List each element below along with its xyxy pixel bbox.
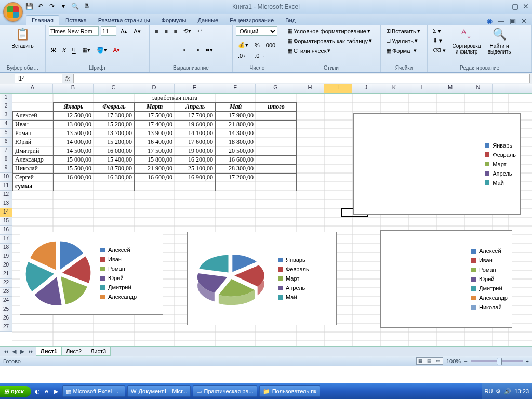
row-header-2[interactable]: 2 <box>0 102 12 111</box>
sheet-tab-1[interactable]: Лист1 <box>36 347 62 356</box>
row-header-12[interactable]: 12 <box>0 191 12 200</box>
row-header-4[interactable]: 4 <box>0 120 12 129</box>
col-header-D[interactable]: D <box>134 84 175 93</box>
row-header-3[interactable]: 3 <box>0 111 12 120</box>
redo-icon[interactable]: ↷ <box>48 2 56 10</box>
increase-decimal-button[interactable]: .0← <box>236 51 250 60</box>
paste-button[interactable]: 📋 Вставить <box>3 26 42 50</box>
row-header-6[interactable]: 6 <box>0 138 12 147</box>
start-button[interactable]: ⊞пуск <box>0 386 31 397</box>
office-button[interactable] <box>3 2 23 22</box>
tray-volume-icon[interactable]: 🔊 <box>504 388 511 395</box>
sheet-nav-first[interactable]: ⏮ <box>2 348 9 355</box>
sheet-nav-last[interactable]: ⏭ <box>27 348 34 355</box>
delete-cells-button[interactable]: ⊟ Удалить ▾ <box>384 36 424 45</box>
borders-button[interactable]: ▦▾ <box>80 46 92 55</box>
task-excel[interactable]: ▩Microsoft Excel - ... <box>62 385 126 397</box>
tab-review[interactable]: Рецензирование <box>224 16 279 25</box>
comma-button[interactable]: 000 <box>264 41 277 49</box>
increase-indent-button[interactable]: ⇥ <box>192 46 201 55</box>
qat-more-icon[interactable]: ▾ <box>59 2 68 10</box>
decrease-decimal-button[interactable]: .0→ <box>252 51 267 60</box>
row-header-18[interactable]: 18 <box>0 244 12 252</box>
bold-button[interactable]: Ж <box>49 46 58 55</box>
task-doc[interactable]: ▭Практическая ра... <box>193 385 257 397</box>
sheet-tab-3[interactable]: Лист3 <box>86 347 111 356</box>
formula-input[interactable] <box>73 74 530 83</box>
quick-print-icon[interactable]: 🖶 <box>82 2 90 10</box>
row-header-14[interactable]: 14 <box>0 208 12 217</box>
zoom-slider[interactable] <box>471 360 523 362</box>
help-icon[interactable]: ◉ <box>487 17 493 25</box>
conditional-formatting-button[interactable]: ▦ Условное форматирование ▾ <box>285 26 377 35</box>
worksheet[interactable]: ABCDEFGHIJKLMN 1234567891011121314151617… <box>0 84 532 366</box>
underline-button[interactable]: Ч <box>70 46 77 55</box>
row-header-5[interactable]: 5 <box>0 129 12 138</box>
quick-ie-icon[interactable]: e <box>43 387 51 395</box>
insert-cells-button[interactable]: ⊞ Вставить ▾ <box>384 26 424 35</box>
italic-button[interactable]: К <box>60 46 68 55</box>
doc-minimize-button[interactable]: — <box>498 17 504 25</box>
fx-icon[interactable]: fx <box>65 75 70 82</box>
view-buttons[interactable]: ▦▤▭ <box>417 357 443 365</box>
doc-restore-button[interactable]: ▣ <box>510 17 516 25</box>
row-header-24[interactable]: 24 <box>0 297 12 305</box>
task-word[interactable]: WДокумент1 - Micr... <box>127 385 191 397</box>
col-header-I[interactable]: I <box>324 84 352 93</box>
font-size-select[interactable] <box>101 26 116 36</box>
col-header-K[interactable]: K <box>380 84 408 93</box>
col-header-H[interactable]: H <box>296 84 324 93</box>
tab-home[interactable]: Главная <box>26 15 59 25</box>
row-header-11[interactable]: 11 <box>0 182 12 191</box>
save-icon[interactable]: 💾 <box>25 2 33 10</box>
wrap-text-button[interactable]: ↩ <box>195 26 204 35</box>
sort-filter-button[interactable]: ᴬ↓Сортировка и фильтр <box>450 26 483 56</box>
row-header-21[interactable]: 21 <box>0 270 12 279</box>
col-header-N[interactable]: N <box>464 84 493 93</box>
fill-color-button[interactable]: 🪣▾ <box>95 46 109 55</box>
currency-button[interactable]: 💰▾ <box>236 41 250 49</box>
clock[interactable]: 13:23 <box>514 388 529 394</box>
name-box[interactable] <box>15 74 62 83</box>
merge-button[interactable]: ⬌▾ <box>203 46 215 55</box>
col-header-A[interactable]: A <box>12 84 53 93</box>
chart-pie3d-months[interactable]: ЯнварьФевральМартАпрельМай <box>187 232 337 325</box>
align-left-button[interactable]: ≡ <box>153 46 160 54</box>
col-header-M[interactable]: M <box>436 84 464 93</box>
col-header-G[interactable]: G <box>256 84 296 93</box>
row-header-23[interactable]: 23 <box>0 288 12 297</box>
row-header-1[interactable]: 1 <box>0 94 12 102</box>
sheet-nav-next[interactable]: ▶ <box>19 348 26 355</box>
chart-pie-names[interactable]: АлексейИванРоманЮрийДмитрийАлександр <box>20 232 163 315</box>
tab-insert[interactable]: Вставка <box>60 16 92 25</box>
col-header-C[interactable]: C <box>94 84 134 93</box>
quick-chrome-icon[interactable]: ◐ <box>33 387 42 395</box>
row-header-16[interactable]: 16 <box>0 226 12 235</box>
percent-button[interactable]: % <box>252 41 262 49</box>
fill-button[interactable]: ⬇ ▾ <box>431 36 448 45</box>
number-format-select[interactable]: Общий <box>236 26 277 36</box>
undo-icon[interactable]: ↶ <box>36 2 45 10</box>
grow-font-button[interactable]: A▴ <box>118 27 129 36</box>
tab-view[interactable]: Вид <box>280 16 301 25</box>
col-header-J[interactable]: J <box>352 84 380 93</box>
row-header-26[interactable]: 26 <box>0 314 12 323</box>
orientation-button[interactable]: ⟲▾ <box>181 26 193 35</box>
format-cells-button[interactable]: ▦ Формат ▾ <box>384 46 424 55</box>
autosum-button[interactable]: Σ ▾ <box>431 26 448 35</box>
row-header-22[interactable]: 22 <box>0 279 12 288</box>
task-folder[interactable]: 📁Пользователь пк <box>259 385 320 397</box>
col-header-B[interactable]: B <box>53 84 94 93</box>
row-header-13[interactable]: 13 <box>0 200 12 208</box>
clear-button[interactable]: ⌫ ▾ <box>431 46 448 55</box>
col-header-E[interactable]: E <box>175 84 215 93</box>
minimize-button[interactable]: — <box>500 2 508 10</box>
align-middle-button[interactable]: ≡ <box>162 27 169 35</box>
chart-months-legend[interactable]: ЯнварьФевральМартАпрельМай <box>353 113 521 215</box>
maximize-button[interactable]: ▢ <box>512 2 518 10</box>
row-header-27[interactable]: 27 <box>0 323 12 332</box>
cell-styles-button[interactable]: ▦ Стили ячеек ▾ <box>285 46 377 55</box>
row-header-20[interactable]: 20 <box>0 261 12 270</box>
row-header-10[interactable]: 10 <box>0 173 12 182</box>
row-header-7[interactable]: 7 <box>0 147 12 155</box>
